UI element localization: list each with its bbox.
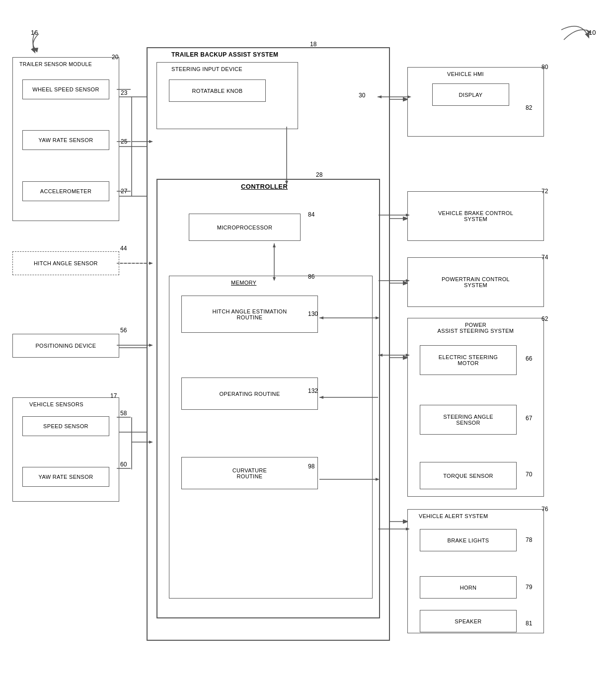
speed-sensor-box: SPEED SENSOR: [22, 416, 109, 436]
steering-to-controller: [273, 127, 301, 186]
svg-marker-46: [273, 277, 276, 281]
ref10-arrow-svg: [559, 22, 599, 47]
positioning-arrow: [117, 333, 154, 360]
hitch-angle-estimation-label: HITCH ANGLE ESTIMATION ROUTINE: [212, 308, 287, 320]
speaker-box: SPEAKER: [420, 610, 517, 632]
svg-marker-38: [406, 279, 410, 282]
ref-130: 130: [308, 310, 318, 317]
positioning-device-label: POSITIONING DEVICE: [35, 343, 96, 349]
svg-marker-48: [319, 316, 323, 319]
svg-marker-24: [149, 344, 153, 347]
yaw-rate-sensor-vehicle-box: YAW RATE SENSOR: [22, 467, 109, 487]
svg-marker-43: [406, 528, 410, 530]
speed-sensor-label: SPEED SENSOR: [43, 423, 88, 429]
ref-82: 82: [526, 104, 532, 111]
svg-marker-22: [149, 262, 153, 265]
ref-30: 30: [359, 92, 365, 99]
ref132-line: [319, 390, 382, 405]
hmi-arrow: [378, 89, 412, 104]
horn-label: HORN: [460, 585, 477, 591]
yaw-rate-sensor-trailer-label: YAW RATE SENSOR: [39, 137, 93, 143]
ref-78: 78: [526, 536, 532, 543]
svg-marker-14: [32, 48, 38, 52]
svg-marker-40: [379, 354, 383, 357]
display-label: DISPLAY: [459, 92, 483, 98]
power-assist-steering-title: POWER ASSIST STEERING SYSTEM: [417, 322, 534, 334]
speaker-label: SPEAKER: [455, 618, 481, 624]
svg-marker-36: [406, 214, 410, 217]
trailer-sensor-module-title: TRAILER SENSOR MODULE: [17, 61, 94, 67]
brake-lights-box: BRAKE LIGHTS: [420, 529, 517, 551]
horn-box: HORN: [420, 576, 517, 599]
ref-74: 74: [541, 254, 548, 261]
torque-sensor-box: TORQUE SENSOR: [420, 462, 517, 489]
svg-marker-31: [285, 181, 288, 185]
wheel-speed-sensor-box: WHEEL SPEED SENSOR: [22, 79, 109, 99]
ref-18: 18: [310, 41, 316, 48]
svg-marker-33: [378, 95, 382, 98]
svg-marker-34: [407, 95, 411, 98]
ref-80: 80: [541, 64, 548, 71]
accelerometer-box: ACCELEROMETER: [22, 181, 109, 201]
ref-81: 81: [526, 620, 532, 627]
memory-micro-arrow: [266, 243, 283, 281]
operating-routine-label: OPERATING ROUTINE: [219, 391, 280, 397]
powertrain-arrow: [379, 273, 411, 288]
operating-routine-box: OPERATING ROUTINE: [181, 377, 318, 410]
hitch-arrow: [117, 251, 154, 278]
powertrain-control-box: POWERTRAIN CONTROL SYSTEM: [407, 257, 544, 307]
steering-angle-sensor-label: STEERING ANGLE SENSOR: [443, 414, 493, 426]
memory-title: MEMORY: [229, 280, 259, 286]
electric-steering-motor-label: ELECTRIC STEERING MOTOR: [439, 354, 498, 366]
ref-79: 79: [526, 584, 532, 591]
vehicle-hmi-title: VEHICLE HMI: [445, 71, 486, 77]
electric-steering-motor-box: ELECTRIC STEERING MOTOR: [420, 345, 517, 375]
microprocessor-label: MICROPROCESSOR: [217, 225, 273, 230]
brake-arrow: [379, 208, 411, 223]
ref-17: 17: [110, 392, 117, 399]
curvature-routine-label: CURVATURE ROUTINE: [232, 467, 267, 479]
vehicle-sensors-title: VEHICLE SENSORS: [27, 401, 85, 407]
ref98-line: [319, 472, 382, 487]
ref-67: 67: [526, 415, 532, 422]
alert-arrow: [379, 522, 411, 536]
yaw-rate-sensor-trailer-box: YAW RATE SENSOR: [22, 130, 109, 150]
positioning-device-box: POSITIONING DEVICE: [12, 334, 119, 358]
ref-72: 72: [541, 188, 548, 195]
svg-marker-53: [376, 478, 380, 481]
accelerometer-label: ACCELEROMETER: [40, 188, 91, 194]
steering-bidir-arrow: [379, 348, 411, 363]
ref16-arrow-svg: [27, 27, 57, 57]
ref-86: 86: [308, 273, 314, 280]
vehicle-brake-control-label: VEHICLE BRAKE CONTROL SYSTEM: [438, 210, 513, 222]
ref130-line: [319, 310, 382, 325]
ref-28: 28: [316, 171, 322, 178]
brake-lights-label: BRAKE LIGHTS: [447, 537, 489, 543]
hitch-angle-sensor-box: HITCH ANGLE SENSOR: [12, 251, 119, 275]
rotatable-knob-label: ROTATABLE KNOB: [192, 88, 243, 94]
steering-angle-sensor-box: STEERING ANGLE SENSOR: [420, 405, 517, 435]
svg-marker-41: [406, 354, 410, 357]
ref-76: 76: [541, 506, 548, 513]
hitch-angle-sensor-label: HITCH ANGLE SENSOR: [34, 260, 98, 266]
ref-132: 132: [308, 387, 318, 394]
svg-marker-49: [376, 316, 380, 319]
curvature-routine-box: CURVATURE ROUTINE: [181, 457, 318, 489]
vehicle-sensors-arrows: [117, 397, 154, 502]
rotatable-knob-box: ROTATABLE KNOB: [169, 79, 266, 102]
ref-66: 66: [526, 355, 532, 362]
vehicle-alert-system-title: VEHICLE ALERT SYSTEM: [416, 513, 490, 519]
trailer-backup-assist-title: TRAILER BACKUP ASSIST SYSTEM: [169, 51, 281, 58]
trailer-arrows: [117, 50, 154, 224]
svg-marker-20: [149, 140, 153, 143]
ref-84: 84: [308, 211, 314, 218]
svg-marker-45: [273, 243, 276, 247]
powertrain-control-label: POWERTRAIN CONTROL SYSTEM: [442, 276, 510, 288]
ref-70: 70: [526, 471, 532, 478]
diagram: TRAILER BACKUP ASSIST SYSTEM STEERING IN…: [0, 0, 616, 679]
svg-marker-29: [149, 441, 153, 444]
yaw-rate-sensor-vehicle-label: YAW RATE SENSOR: [39, 474, 93, 480]
vehicle-brake-control-box: VEHICLE BRAKE CONTROL SYSTEM: [407, 191, 544, 241]
steering-input-device-title: STEERING INPUT DEVICE: [169, 66, 245, 72]
display-box: DISPLAY: [432, 83, 509, 106]
